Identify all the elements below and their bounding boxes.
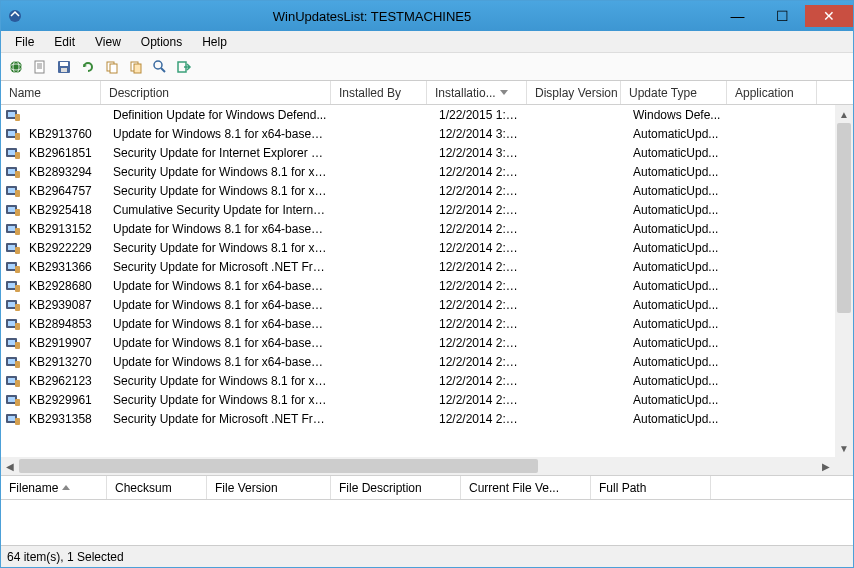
svg-rect-35	[15, 209, 20, 216]
svg-rect-4	[35, 61, 44, 73]
svg-rect-46	[8, 283, 15, 288]
col-header-description[interactable]: Description	[101, 81, 331, 104]
col-header-installation[interactable]: Installatio...	[427, 81, 527, 104]
col-header-name[interactable]: Name	[1, 81, 101, 104]
col-header-currentfileversion[interactable]: Current File Ve...	[461, 476, 591, 499]
files-body[interactable]	[1, 500, 853, 545]
update-icon	[5, 108, 21, 122]
table-row[interactable]: KB2913270Update for Windows 8.1 for x64-…	[1, 352, 835, 371]
menu-edit[interactable]: Edit	[44, 33, 85, 51]
table-row[interactable]: KB2962123Security Update for Windows 8.1…	[1, 371, 835, 390]
col-header-filename[interactable]: Filename	[1, 476, 107, 499]
cell-date: 12/2/2014 3:00:...	[431, 127, 531, 141]
cell-description: Security Update for Windows 8.1 for x64.…	[105, 165, 335, 179]
cell-description: Security Update for Internet Explorer 11…	[105, 146, 335, 160]
table-row[interactable]: KB2929961Security Update for Windows 8.1…	[1, 390, 835, 409]
refresh-icon[interactable]	[77, 56, 99, 78]
col-header-displayversion[interactable]: Display Version	[527, 81, 621, 104]
cell-date: 12/2/2014 2:58:...	[431, 393, 531, 407]
find-icon[interactable]	[149, 56, 171, 78]
cell-date: 12/2/2014 2:58:...	[431, 355, 531, 369]
cell-description: Security Update for Windows 8.1 for x64.…	[105, 393, 335, 407]
svg-rect-56	[15, 342, 20, 349]
menu-options[interactable]: Options	[131, 33, 192, 51]
col-header-filedescription[interactable]: File Description	[331, 476, 461, 499]
statusbar: 64 item(s), 1 Selected	[1, 545, 853, 567]
col-header-updatetype[interactable]: Update Type	[621, 81, 727, 104]
cell-description: Security Update for Microsoft .NET Fra..…	[105, 260, 335, 274]
col-header-checksum[interactable]: Checksum	[107, 476, 207, 499]
col-header-installedby[interactable]: Installed By	[331, 81, 427, 104]
cell-description: Cumulative Security Update for Internet.…	[105, 203, 335, 217]
cell-name: KB2913270	[21, 355, 105, 369]
table-row[interactable]: KB2925418Cumulative Security Update for …	[1, 200, 835, 219]
cell-date: 12/2/2014 2:58:...	[431, 298, 531, 312]
save-icon[interactable]	[53, 56, 75, 78]
cell-name: KB2931358	[21, 412, 105, 426]
cell-updatetype: AutomaticUpd...	[625, 127, 731, 141]
table-row[interactable]: KB2931366Security Update for Microsoft .…	[1, 257, 835, 276]
cell-name: KB2931366	[21, 260, 105, 274]
update-icon	[5, 127, 21, 141]
table-row[interactable]: KB2964757Security Update for Windows 8.1…	[1, 181, 835, 200]
menu-help[interactable]: Help	[192, 33, 237, 51]
menu-file[interactable]: File	[5, 33, 44, 51]
main-data-rows[interactable]: Definition Update for Windows Defend...1…	[1, 105, 835, 457]
cell-updatetype: AutomaticUpd...	[625, 317, 731, 331]
cell-date: 1/22/2015 1:11:...	[431, 108, 531, 122]
vscroll-thumb[interactable]	[837, 123, 851, 313]
status-text: 64 item(s), 1 Selected	[7, 550, 124, 564]
table-row[interactable]: KB2919907Update for Windows 8.1 for x64-…	[1, 333, 835, 352]
minimize-button[interactable]: —	[715, 5, 760, 27]
update-icon	[5, 222, 21, 236]
maximize-button[interactable]: ☐	[760, 5, 805, 27]
copy-icon[interactable]	[101, 56, 123, 78]
cell-name: KB2913760	[21, 127, 105, 141]
vertical-scrollbar[interactable]: ▲ ▼	[835, 105, 853, 457]
vscroll-track[interactable]	[835, 123, 853, 439]
update-icon	[5, 279, 21, 293]
table-row[interactable]: KB2913152Update for Windows 8.1 for x64-…	[1, 219, 835, 238]
col-header-application[interactable]: Application	[727, 81, 817, 104]
menubar: File Edit View Options Help	[1, 31, 853, 53]
exit-icon[interactable]	[173, 56, 195, 78]
table-row[interactable]: KB2893294Security Update for Windows 8.1…	[1, 162, 835, 181]
col-header-fileversion[interactable]: File Version	[207, 476, 331, 499]
svg-rect-38	[15, 228, 20, 235]
close-button[interactable]: ✕	[805, 5, 853, 27]
svg-rect-40	[8, 245, 15, 250]
svg-point-15	[154, 61, 162, 69]
svg-rect-25	[8, 150, 15, 155]
globe-icon[interactable]	[5, 56, 27, 78]
document-icon[interactable]	[29, 56, 51, 78]
table-row[interactable]: Definition Update for Windows Defend...1…	[1, 105, 835, 124]
update-icon	[5, 298, 21, 312]
table-row[interactable]: KB2939087Update for Windows 8.1 for x64-…	[1, 295, 835, 314]
table-row[interactable]: KB2913760Update for Windows 8.1 for x64-…	[1, 124, 835, 143]
menu-view[interactable]: View	[85, 33, 131, 51]
horizontal-scrollbar[interactable]: ◀ ▶	[1, 457, 853, 475]
scroll-up-icon[interactable]: ▲	[835, 105, 853, 123]
hscroll-thumb[interactable]	[19, 459, 538, 473]
table-row[interactable]: KB2922229Security Update for Windows 8.1…	[1, 238, 835, 257]
update-icon	[5, 184, 21, 198]
cell-updatetype: AutomaticUpd...	[625, 203, 731, 217]
svg-rect-50	[15, 304, 20, 311]
col-header-fullpath[interactable]: Full Path	[591, 476, 711, 499]
titlebar[interactable]: WinUpdatesList: TESTMACHINE5 — ☐ ✕	[1, 1, 853, 31]
cell-description: Update for Windows 8.1 for x64-based S..…	[105, 336, 335, 350]
app-icon	[7, 8, 23, 24]
table-row[interactable]: KB2961851Security Update for Internet Ex…	[1, 143, 835, 162]
cell-updatetype: Windows Defe...	[625, 108, 731, 122]
table-row[interactable]: KB2931358Security Update for Microsoft .…	[1, 409, 835, 428]
properties-icon[interactable]	[125, 56, 147, 78]
scroll-left-icon[interactable]: ◀	[1, 457, 19, 475]
scroll-right-icon[interactable]: ▶	[817, 457, 835, 475]
hscroll-track[interactable]	[19, 457, 817, 475]
table-row[interactable]: KB2928680Update for Windows 8.1 for x64-…	[1, 276, 835, 295]
scroll-down-icon[interactable]: ▼	[835, 439, 853, 457]
cell-description: Security Update for Windows 8.1 for x64.…	[105, 184, 335, 198]
svg-rect-55	[8, 340, 15, 345]
svg-rect-43	[8, 264, 15, 269]
table-row[interactable]: KB2894853Update for Windows 8.1 for x64-…	[1, 314, 835, 333]
